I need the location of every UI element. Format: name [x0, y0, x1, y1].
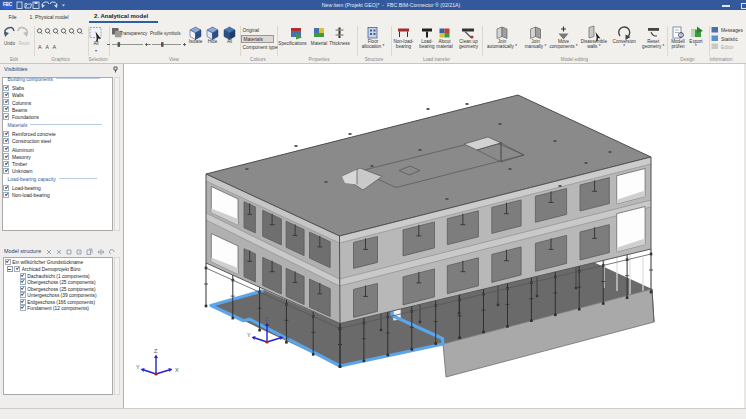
svg-text:Y: Y	[136, 364, 140, 370]
svg-text:Messages: Messages	[721, 28, 743, 33]
svg-text:Y: Y	[247, 332, 251, 338]
svg-text:X: X	[286, 335, 290, 341]
svg-text:Z: Z	[154, 348, 158, 354]
svg-text:X: X	[175, 367, 179, 373]
